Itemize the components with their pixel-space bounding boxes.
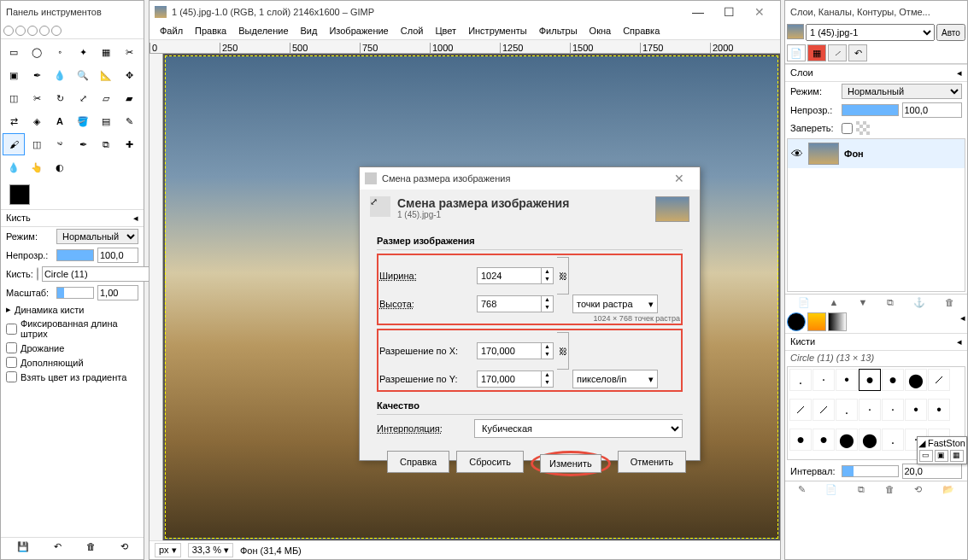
jitter-check[interactable] bbox=[6, 342, 17, 353]
tool-text[interactable]: A bbox=[49, 110, 71, 132]
visibility-icon[interactable]: 👁 bbox=[791, 147, 803, 160]
brush-item[interactable]: ● bbox=[789, 429, 812, 451]
tool-zoom[interactable]: 🔍 bbox=[72, 64, 94, 86]
brush-item[interactable]: • bbox=[928, 399, 950, 421]
tool-ink[interactable]: ✒ bbox=[72, 133, 94, 155]
brush-item[interactable]: · bbox=[813, 369, 835, 391]
minimize-button[interactable]: — bbox=[683, 1, 713, 22]
resx-input[interactable] bbox=[478, 343, 541, 359]
menu-edit[interactable]: Правка bbox=[190, 24, 232, 38]
layers-menu-icon[interactable]: ◂ bbox=[957, 67, 962, 79]
layers-tab[interactable]: 📄 bbox=[787, 44, 806, 61]
dynamics-expander[interactable]: ▸Динамика кисти bbox=[1, 302, 144, 317]
scale-slider[interactable] bbox=[56, 287, 94, 299]
tool-cage[interactable]: ◈ bbox=[26, 110, 48, 132]
brush-item[interactable]: • bbox=[836, 369, 858, 391]
tool-fg-select[interactable]: ▣ bbox=[3, 64, 25, 86]
tool-blur[interactable]: 💧 bbox=[3, 156, 25, 178]
auto-button[interactable]: Авто bbox=[936, 24, 965, 41]
tool-heal[interactable]: ✚ bbox=[118, 133, 140, 155]
fs-btn[interactable]: ▦ bbox=[950, 450, 964, 462]
tool-eraser[interactable]: ◫ bbox=[26, 133, 48, 155]
resy-input[interactable] bbox=[478, 371, 541, 387]
tool-lasso[interactable]: ⸰ bbox=[49, 41, 71, 63]
additive-check[interactable] bbox=[6, 357, 17, 368]
pattern-swatch[interactable] bbox=[807, 312, 826, 331]
ok-button[interactable]: Изменить bbox=[540, 454, 601, 473]
tool-fuzzy-select[interactable]: ✦ bbox=[72, 41, 94, 63]
reset-button[interactable]: Сбросить bbox=[456, 451, 524, 473]
opacity-value[interactable] bbox=[97, 248, 138, 263]
save-options-icon[interactable]: 💾 bbox=[17, 541, 29, 552]
brush-item[interactable]: . bbox=[789, 369, 812, 391]
new-layer-icon[interactable]: 📄 bbox=[798, 297, 810, 308]
options-menu-icon[interactable]: ◂ bbox=[133, 213, 138, 224]
tool-smudge[interactable]: 👆 bbox=[26, 156, 48, 178]
tool-picker[interactable]: 💧 bbox=[49, 64, 71, 86]
brush-item[interactable]: ⬤ bbox=[859, 429, 881, 451]
fs-btn[interactable]: ▣ bbox=[935, 450, 948, 462]
status-zoom[interactable]: 33,3 % ▾ bbox=[188, 543, 233, 557]
brush-item[interactable]: ⬤ bbox=[836, 429, 858, 451]
duplicate-layer-icon[interactable]: ⧉ bbox=[887, 297, 894, 308]
brush-item[interactable]: · bbox=[882, 399, 904, 421]
tool-ellipse-select[interactable]: ◯ bbox=[26, 41, 48, 63]
brush-item[interactable]: ⟋ bbox=[813, 399, 835, 421]
tool-rotate[interactable]: ↻ bbox=[49, 87, 71, 109]
restore-options-icon[interactable]: ↶ bbox=[54, 541, 62, 552]
tool-shear[interactable]: ▱ bbox=[95, 87, 117, 109]
channels-tab[interactable]: ▦ bbox=[807, 44, 826, 61]
anchor-layer-icon[interactable]: ⚓ bbox=[913, 297, 925, 308]
menu-image[interactable]: Изображение bbox=[324, 24, 393, 38]
cancel-button[interactable]: Отменить bbox=[618, 451, 686, 473]
width-spinner[interactable]: ▲▼ bbox=[541, 268, 553, 283]
brush-preview-icon[interactable] bbox=[37, 267, 38, 281]
tool-measure[interactable]: 📐 bbox=[95, 64, 117, 86]
menu-layer[interactable]: Слой bbox=[396, 24, 429, 38]
tool-dodge[interactable]: ◐ bbox=[49, 156, 71, 178]
width-input[interactable] bbox=[478, 268, 541, 283]
brush-item[interactable]: ● bbox=[813, 429, 835, 451]
tool-scale[interactable]: ⤢ bbox=[72, 87, 94, 109]
tool-align[interactable]: ◫ bbox=[3, 87, 25, 109]
fs-btn[interactable]: ▭ bbox=[919, 450, 933, 462]
layer-item[interactable]: 👁 Фон bbox=[788, 139, 965, 168]
brushes-menu-icon[interactable]: ◂ bbox=[957, 336, 962, 347]
tool-scissors[interactable]: ✂ bbox=[118, 41, 140, 63]
layer-mode-select[interactable]: Нормальный bbox=[842, 84, 962, 99]
open-brush-icon[interactable]: 📂 bbox=[942, 484, 954, 495]
brush-item[interactable]: . bbox=[836, 399, 858, 421]
tool-clone[interactable]: ⧉ bbox=[95, 133, 117, 155]
tool-airbrush[interactable]: ༄ bbox=[49, 133, 71, 155]
menu-view[interactable]: Вид bbox=[296, 24, 323, 38]
tool-paths[interactable]: ✒ bbox=[26, 64, 48, 86]
res-units-select[interactable]: пикселов/in▾ bbox=[572, 370, 658, 388]
height-input[interactable] bbox=[478, 296, 541, 312]
menu-file[interactable]: Файл bbox=[155, 24, 188, 38]
mode-select[interactable]: Нормальный bbox=[56, 229, 138, 244]
paths-tab[interactable]: ⟋ bbox=[828, 44, 847, 61]
tool-flip[interactable]: ⇄ bbox=[3, 110, 25, 132]
tool-paintbrush[interactable]: 🖌 bbox=[3, 133, 25, 155]
menu-help[interactable]: Справка bbox=[618, 24, 665, 38]
tool-blend[interactable]: ▤ bbox=[95, 110, 117, 132]
scale-value[interactable] bbox=[97, 285, 138, 300]
layer-opacity-value[interactable] bbox=[902, 102, 963, 118]
delete-options-icon[interactable]: 🗑 bbox=[86, 541, 96, 552]
lock-pixels-check[interactable] bbox=[842, 123, 853, 134]
fg-bg-swatch[interactable] bbox=[1, 180, 144, 209]
resy-spinner[interactable]: ▲▼ bbox=[541, 371, 553, 387]
brush-item[interactable]: • bbox=[905, 399, 927, 421]
interp-select[interactable]: Кубическая bbox=[474, 419, 683, 438]
tool-rect-select[interactable]: ▭ bbox=[3, 41, 25, 63]
opacity-slider[interactable] bbox=[56, 249, 94, 261]
size-units-select[interactable]: точки растра▾ bbox=[572, 295, 658, 313]
tool-crop[interactable]: ✂ bbox=[26, 87, 48, 109]
res-link-icon[interactable]: ⛓ bbox=[557, 332, 569, 370]
fixed-length-check[interactable] bbox=[6, 324, 17, 335]
image-selector[interactable]: 1 (45).jpg-1 bbox=[806, 24, 935, 41]
interval-value[interactable] bbox=[902, 464, 963, 479]
del-brush-icon[interactable]: 🗑 bbox=[885, 484, 895, 495]
tool-move[interactable]: ✥ bbox=[118, 64, 140, 86]
gradient-color-check[interactable] bbox=[6, 371, 17, 382]
